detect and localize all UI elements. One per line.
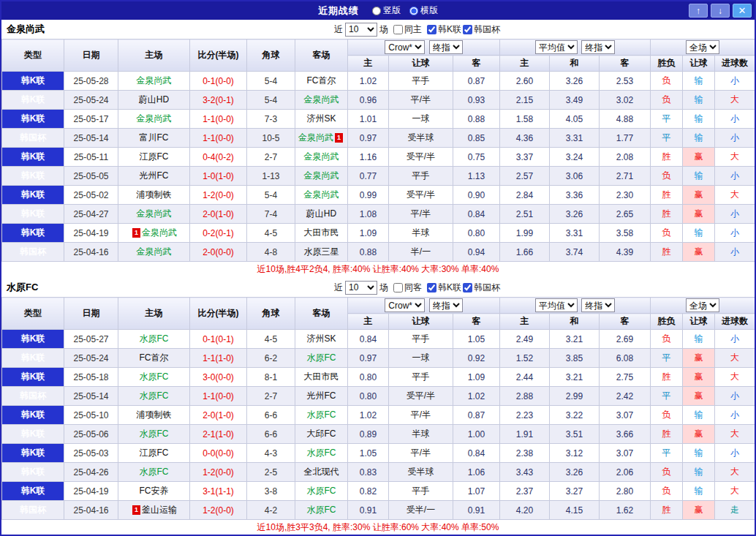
final-average-select[interactable]: 终指 [581,298,615,312]
filter-group: 近 10 场 同客 韩K联 韩国杯 [334,281,500,295]
same-home-filter[interactable]: 同主 [388,23,422,36]
away-team-cell: 金泉尚武 [295,186,348,205]
result-goals: 小 [715,72,755,91]
avg-draw-odds: 3.06 [550,167,600,186]
team-name[interactable]: 富川FC [140,132,169,143]
kleague-filter[interactable]: 韩K联 [422,282,461,294]
team-name[interactable]: FC首尔 [307,75,336,86]
avg-home-odds: 1.58 [500,110,550,129]
team-name[interactable]: 金泉尚武 [137,75,172,86]
team-name[interactable]: 蔚山HD [306,208,336,219]
result-outcome: 胜 [651,205,683,224]
team-name[interactable]: 光州FC [140,170,169,181]
team-name[interactable]: 济州SK [306,333,336,344]
crown-odds-select[interactable]: Crow* [385,40,425,54]
team-name[interactable]: 江原FC [140,448,169,458]
team-name[interactable]: 水原FC [140,390,169,401]
average-odds-select[interactable]: 平均值 [535,40,578,54]
same-away-filter[interactable]: 同客 [388,282,422,294]
kleague-checkbox[interactable] [427,283,436,292]
team-name[interactable]: 金泉尚武 [137,113,172,124]
score-cell: 0-0(0-0) [190,444,247,463]
score-cell: 1-1(0-0) [190,110,247,129]
crown-odds-select[interactable]: Crow* [385,298,425,312]
kleague-checkbox[interactable] [427,25,436,34]
team-name[interactable]: 水原FC [307,352,336,363]
team-name[interactable]: 金泉尚武 [142,227,177,238]
matches-table: 类型 日期 主场 比分(半场) 角球 客场 Crow* 终指 平均值 终指 [1,39,755,262]
date-cell: 25-05-14 [64,387,118,406]
away-team-cell: 济州SK [295,110,348,129]
team-name[interactable]: 济州SK [306,113,336,124]
team-name[interactable]: 釜山运输 [142,505,177,515]
result-handicap: 输 [683,330,715,349]
average-odds-header: 平均值 终指 [500,298,651,314]
team-name[interactable]: 全北现代 [304,467,339,477]
team-name[interactable]: FC首尔 [140,352,169,363]
crown-away-odds: 0.84 [453,444,500,463]
up-arrow-icon: ↑ [696,6,700,16]
crown-home-odds: 0.80 [348,368,389,387]
team-name[interactable]: 浦项制铁 [137,409,172,420]
final-odds-select[interactable]: 终指 [429,40,463,54]
fulltime-select[interactable]: 全场 [686,298,719,312]
corners-cell: 7-4 [247,205,295,224]
team-name[interactable]: 光州FC [307,390,336,401]
fulltime-select[interactable]: 全场 [686,40,719,54]
crown-home-odds: 0.89 [348,425,389,444]
team-name[interactable]: 江原FC [140,151,169,162]
close-button[interactable]: ✕ [733,4,752,18]
avg-home-odds: 2.51 [500,205,550,224]
team-name[interactable]: 金泉尚武 [304,170,339,181]
cup-filter[interactable]: 韩国杯 [461,282,500,294]
same-home-checkbox[interactable] [393,25,403,34]
match-count-select[interactable]: 10 [345,23,377,37]
final-odds-select[interactable]: 终指 [429,298,463,312]
result-outcome: 平 [651,387,683,406]
handicap-line: 平手 [389,72,453,91]
horizontal-radio[interactable] [409,7,418,15]
date-cell: 25-05-03 [64,444,118,463]
team-name[interactable]: 浦项制铁 [137,189,172,200]
team-name[interactable]: FC安养 [140,486,169,496]
match-count-select[interactable]: 10 [345,281,377,295]
result-handicap: 输 [683,91,715,110]
team-name[interactable]: 水原FC [307,409,336,420]
team-name[interactable]: 水原FC [140,429,169,439]
cup-checkbox[interactable] [463,283,472,292]
score-cell: 1-0(1-0) [190,167,247,186]
team-name[interactable]: 水原三星 [304,246,339,257]
crown-home-odds: 0.99 [348,186,389,205]
team-name[interactable]: 大邱FC [307,429,336,439]
team-name[interactable]: 水原FC [140,333,169,344]
team-name[interactable]: 大田市民 [304,371,339,382]
match-row: 韩K联25-05-27水原FC0-1(0-1)4-5济州SK0.84平手1.05… [2,330,755,349]
team-name[interactable]: 水原FC [140,371,169,382]
match-row: 韩K联25-05-05光州FC1-0(1-0)1-13金泉尚武0.77平手1.1… [2,167,755,186]
team-name[interactable]: 金泉尚武 [137,208,172,219]
view-horizontal-option[interactable]: 横版 [409,4,438,17]
team-name[interactable]: 水原FC [140,467,169,477]
team-name[interactable]: 蔚山HD [139,94,169,105]
team-name[interactable]: 水原FC [307,448,336,458]
team-name[interactable]: 金泉尚武 [304,151,339,162]
team-name[interactable]: 水原FC [307,486,336,496]
cup-filter[interactable]: 韩国杯 [461,23,500,36]
scroll-up-button[interactable]: ↑ [689,4,708,18]
team-name[interactable]: 大田市民 [304,227,339,238]
result-outcome: 负 [651,167,683,186]
average-odds-select[interactable]: 平均值 [535,298,578,312]
scroll-down-button[interactable]: ↓ [711,4,730,18]
cup-checkbox[interactable] [463,25,472,34]
kleague-filter[interactable]: 韩K联 [422,23,461,36]
vertical-radio[interactable] [372,7,381,15]
team-name[interactable]: 金泉尚武 [137,246,172,257]
team-name[interactable]: 金泉尚武 [298,132,333,143]
subcol-handicap-line: 让球 [389,314,453,330]
team-name[interactable]: 水原FC [307,505,336,515]
final-average-select[interactable]: 终指 [581,40,615,54]
view-vertical-option[interactable]: 竖版 [372,4,401,17]
team-name[interactable]: 金泉尚武 [304,189,339,200]
same-away-checkbox[interactable] [393,283,403,292]
team-name[interactable]: 金泉尚武 [304,94,339,105]
